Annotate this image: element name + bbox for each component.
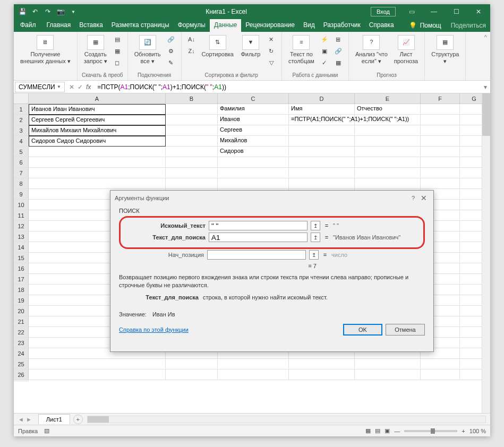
row-header-2[interactable]: 2 [14, 115, 29, 125]
cell-C3[interactable]: Сергеев [218, 125, 289, 136]
row-header-4[interactable]: 4 [14, 136, 29, 147]
zoom-slider[interactable] [404, 430, 457, 432]
cell-D26[interactable] [289, 369, 355, 380]
select-all-corner[interactable] [14, 93, 29, 104]
cell-E7[interactable] [355, 168, 421, 178]
sheet-nav-next-icon[interactable]: ► [26, 416, 32, 423]
cell-D25[interactable] [289, 359, 355, 369]
cell-F25[interactable] [421, 359, 460, 369]
tab-help[interactable]: Справка [365, 19, 398, 32]
cell-A2[interactable]: Сергеев Сергей Сергеевич [29, 115, 166, 125]
cell-C25[interactable] [218, 359, 289, 369]
show-queries-icon[interactable]: ▤ [112, 34, 123, 45]
tab-file[interactable]: Файл [14, 19, 42, 32]
cell-E2[interactable] [355, 115, 421, 125]
view-pagebreak-icon[interactable]: ▣ [385, 427, 390, 434]
col-header-D[interactable]: D [289, 93, 355, 104]
tab-pagelayout[interactable]: Разметка страницы [107, 19, 174, 32]
view-normal-icon[interactable]: ▦ [365, 427, 371, 434]
flash-fill-icon[interactable]: ⚡ [319, 34, 330, 45]
cancel-button[interactable]: Отмена [386, 324, 425, 336]
expand-formula-icon[interactable]: ▾ [481, 83, 490, 91]
dialog-close-icon[interactable]: ✕ [418, 194, 429, 202]
properties-icon[interactable]: ⚙ [165, 46, 177, 56]
cell-A1[interactable]: Иванов Иван Иванович [29, 104, 166, 115]
cell-F8[interactable] [421, 178, 460, 189]
collapse-ribbon-icon[interactable]: ^ [481, 32, 490, 80]
cell-C1[interactable]: Фамилия [218, 104, 289, 115]
cell-A26[interactable] [29, 369, 166, 380]
row-header-13[interactable]: 13 [14, 231, 29, 242]
cell-E3[interactable] [355, 125, 421, 136]
cell-F6[interactable] [421, 157, 460, 168]
cell-E25[interactable] [355, 359, 421, 369]
tab-insert[interactable]: Вставка [75, 19, 107, 32]
outline-button[interactable]: ▦Структура ▾ [429, 34, 461, 66]
new-query-button[interactable]: ▦Создать запрос ▾ [82, 34, 109, 66]
cell-B7[interactable] [166, 168, 218, 178]
row-header-6[interactable]: 6 [14, 157, 29, 168]
share-button[interactable]: Поделиться [451, 22, 486, 29]
remove-dup-icon[interactable]: ▣ [319, 46, 330, 56]
cell-C26[interactable] [218, 369, 289, 380]
cell-B2[interactable] [166, 115, 218, 125]
cell-D4[interactable] [289, 136, 355, 147]
macro-record-icon[interactable]: ▧ [44, 427, 49, 434]
vertical-scrollbar[interactable] [482, 93, 490, 413]
cell-D1[interactable]: Имя [289, 104, 355, 115]
cell-D8[interactable] [289, 178, 355, 189]
cell-F3[interactable] [421, 125, 460, 136]
zoom-in-icon[interactable]: + [462, 428, 465, 434]
tab-developer[interactable]: Разработчик [319, 19, 365, 32]
maximize-icon[interactable]: ☐ [446, 4, 467, 19]
zoom-level[interactable]: 100 % [469, 428, 486, 434]
sheet-nav-prev-icon[interactable]: ◄ [18, 416, 24, 423]
cell-D5[interactable] [289, 147, 355, 157]
cell-C7[interactable] [218, 168, 289, 178]
row-header-20[interactable]: 20 [14, 306, 29, 316]
recent-sources-icon[interactable]: ◻ [112, 57, 123, 68]
col-header-C[interactable]: C [218, 93, 289, 104]
cell-F7[interactable] [421, 168, 460, 178]
qat-dropdown-icon[interactable]: ▼ [69, 7, 78, 16]
formula-input[interactable]: =ПСТР(A1;ПОИСК(" ";A1)+1;ПОИСК(" ";A1)) [94, 82, 481, 92]
row-header-25[interactable]: 25 [14, 359, 29, 369]
cell-A25[interactable] [29, 359, 166, 369]
ok-button[interactable]: OK [343, 324, 382, 336]
arg3-input[interactable] [207, 250, 306, 260]
row-header-5[interactable]: 5 [14, 147, 29, 157]
relationships-icon[interactable]: 🔗 [332, 46, 344, 56]
row-header-14[interactable]: 14 [14, 242, 29, 253]
cell-A4[interactable]: Сидоров Сидор Сидорович [29, 136, 166, 147]
col-header-E[interactable]: E [355, 93, 421, 104]
cell-C8[interactable] [218, 178, 289, 189]
consolidate-icon[interactable]: ⊞ [332, 34, 344, 45]
data-model-icon[interactable]: ▦ [332, 57, 344, 68]
enter-formula-icon[interactable]: ✓ [78, 83, 83, 91]
arg2-collapse-icon[interactable]: ↥ [311, 233, 320, 242]
row-header-22[interactable]: 22 [14, 327, 29, 338]
row-header-8[interactable]: 8 [14, 178, 29, 189]
row-header-26[interactable]: 26 [14, 369, 29, 380]
sort-za-icon[interactable]: Z↓ [186, 46, 198, 56]
ribbon-options-icon[interactable]: ▭ [401, 4, 422, 19]
row-header-19[interactable]: 19 [14, 295, 29, 306]
cell-B3[interactable] [166, 125, 218, 136]
reapply-icon[interactable]: ↻ [266, 46, 277, 56]
col-header-F[interactable]: F [421, 93, 460, 104]
save-icon[interactable]: 💾 [18, 7, 27, 16]
cell-C4[interactable]: Михайлов [218, 136, 289, 147]
clear-filter-icon[interactable]: ✕ [266, 34, 277, 45]
cell-B1[interactable] [166, 104, 218, 115]
row-header-15[interactable]: 15 [14, 253, 29, 263]
cell-D2[interactable]: =ПСТР(A1;ПОИСК(" ";A1)+1;ПОИСК(" ";A1)) [289, 115, 355, 125]
tab-formulas[interactable]: Формулы [174, 19, 210, 32]
from-table-icon[interactable]: ▦ [112, 46, 123, 56]
cell-C5[interactable]: Сидоров [218, 147, 289, 157]
name-box[interactable]: СУММЕСЛИ▼ [15, 82, 65, 92]
row-header-9[interactable]: 9 [14, 189, 29, 200]
cell-F1[interactable] [421, 104, 460, 115]
row-header-23[interactable]: 23 [14, 338, 29, 348]
dialog-titlebar[interactable]: Аргументы функции ? ✕ [110, 191, 433, 205]
sort-button[interactable]: ⇅Сортировка [200, 34, 236, 59]
